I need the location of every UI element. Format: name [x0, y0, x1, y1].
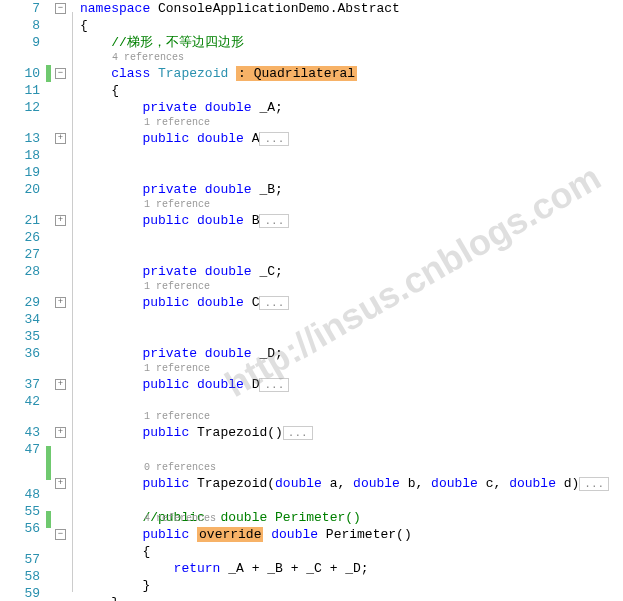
codelens-references[interactable]: 1 reference	[144, 410, 210, 424]
highlighted-keyword: override	[197, 527, 263, 542]
outline-column	[68, 0, 80, 601]
codelens-references[interactable]: 4 references	[112, 51, 184, 65]
fold-toggle[interactable]: +	[55, 478, 66, 489]
fold-toggle[interactable]: −	[55, 68, 66, 79]
collapsed-region[interactable]: ...	[259, 296, 289, 310]
fold-toggle[interactable]: +	[55, 133, 66, 144]
collapsed-region[interactable]: ...	[579, 477, 609, 491]
fold-toggle[interactable]: +	[55, 297, 66, 308]
collapsed-region[interactable]: ...	[283, 426, 313, 440]
fold-toggle[interactable]: +	[55, 427, 66, 438]
line-number-gutter: 7 8 9 10 11 12 13 18 19 20 21 26 27 28 2…	[0, 0, 46, 601]
fold-toggle[interactable]: +	[55, 215, 66, 226]
fold-toggle[interactable]: −	[55, 529, 66, 540]
codelens-references[interactable]: 4 references	[144, 512, 216, 526]
fold-column: − − + + + + + + −	[54, 0, 68, 601]
codelens-references[interactable]: 1 reference	[144, 198, 210, 212]
codelens-references[interactable]: 0 references	[144, 461, 216, 475]
codelens-references[interactable]: 1 reference	[144, 116, 210, 130]
fold-toggle[interactable]: +	[55, 379, 66, 390]
highlighted-inheritance: : Quadrilateral	[236, 66, 357, 81]
codelens-references[interactable]: 1 reference	[144, 280, 210, 294]
fold-toggle[interactable]: −	[55, 3, 66, 14]
collapsed-region[interactable]: ...	[259, 132, 289, 146]
codelens-references[interactable]: 1 reference	[144, 362, 210, 376]
code-editor[interactable]: 7 8 9 10 11 12 13 18 19 20 21 26 27 28 2…	[0, 0, 623, 601]
code-area[interactable]: namespace ConsoleApplicationDemo.Abstrac…	[80, 0, 623, 601]
collapsed-region[interactable]: ...	[259, 214, 289, 228]
change-markers	[46, 0, 54, 601]
collapsed-region[interactable]: ...	[259, 378, 289, 392]
